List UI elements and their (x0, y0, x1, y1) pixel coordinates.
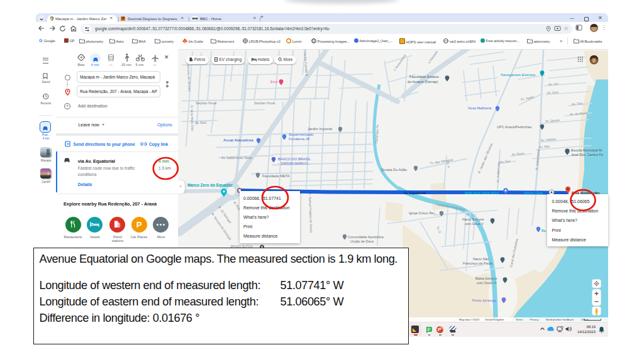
svg-text:Stephan Houat: Stephan Houat (196, 101, 217, 105)
svg-text:Navegantes Eventos: Navegantes Eventos (501, 73, 535, 77)
svg-text:Av. Um: Av. Um (548, 81, 558, 85)
svg-text:Supermercado: Supermercado (289, 133, 314, 136)
svg-text:- JARDIM MARCO...: - JARDIM MARCO... (278, 162, 311, 165)
svg-text:Unção de Deus: Unção de Deus (350, 239, 374, 243)
svg-text:Stephan Houat: Stephan Houat (254, 101, 275, 105)
svg-text:Balsa Sempre: Balsa Sempre (475, 277, 497, 280)
svg-text:Av. Três: Av. Três (572, 101, 584, 106)
svg-text:Navio São: Navio São (473, 256, 489, 260)
svg-text:Ba: Ba (541, 229, 547, 233)
svg-text:Av. Dois: Av. Dois (195, 121, 207, 124)
svg-text:José Dos Santos Fe: José Dos Santos Fe (571, 153, 603, 156)
svg-text:United Kingdom: United Kingdom (485, 317, 504, 321)
svg-text:UPC Araxá/Pedrinhas: UPC Araxá/Pedrinhas (497, 125, 531, 129)
svg-text:Francisco de Paula: Francisco de Paula (463, 261, 493, 265)
svg-text:Simon Club: Simon Club (524, 191, 543, 195)
svg-text:Map data ©2023: Map data ©2023 (459, 317, 479, 321)
svg-text:Marco Zero do Equador: Marco Zero do Equador (187, 182, 233, 187)
svg-text:Av. Ivaldo Alves Veras: Av. Ivaldo Alves Veras (221, 156, 253, 160)
svg-text:Posto Ipiranga: Posto Ipiranga (472, 298, 496, 302)
svg-text:Nota Malharia: Nota Malharia (468, 106, 492, 109)
svg-text:Eros: Eros (270, 80, 278, 84)
svg-text:BANCO DO BRASIL: BANCO DO BRASIL (278, 157, 311, 161)
svg-text:Igreja Crisco Rei...: Igreja Crisco Rei... (409, 211, 438, 214)
svg-text:Assaí Atacadista: Assaí Atacadista (223, 138, 253, 142)
svg-text:Faculdade META: Faculdade META (262, 174, 290, 178)
svg-text:do Amapá (Famap): do Amapá (Famap) (408, 79, 438, 83)
svg-text:Faculdade Estácio: Faculdade Estácio (409, 74, 439, 78)
svg-text:Terms: Terms (516, 317, 523, 321)
svg-text:Send product feedback: Send product feedback (546, 317, 574, 321)
svg-text:com Deus V: com Deus V (465, 222, 484, 226)
svg-text:Av. Equatorial: Av. Equatorial (404, 190, 426, 194)
svg-text:Comunidade Apostólica: Comunidade Apostólica (348, 235, 384, 239)
svg-text:Fortaleza JK: Fortaleza JK (289, 137, 310, 141)
svg-text:Jardim Imperial: Jardim Imperial (308, 126, 332, 130)
svg-text:Escola Municipal M.: Escola Municipal M. (571, 148, 603, 151)
svg-text:MINI BOX VIDA BOA: MINI BOX VIDA BOA (465, 190, 499, 194)
svg-text:Privacy: Privacy (530, 317, 540, 321)
svg-text:com Deus VI: com Deus VI (477, 281, 497, 285)
svg-text:Navio Sempre: Navio Sempre (462, 217, 484, 221)
svg-text:Sucata Do Adão: Sucata Do Adão (381, 167, 407, 171)
